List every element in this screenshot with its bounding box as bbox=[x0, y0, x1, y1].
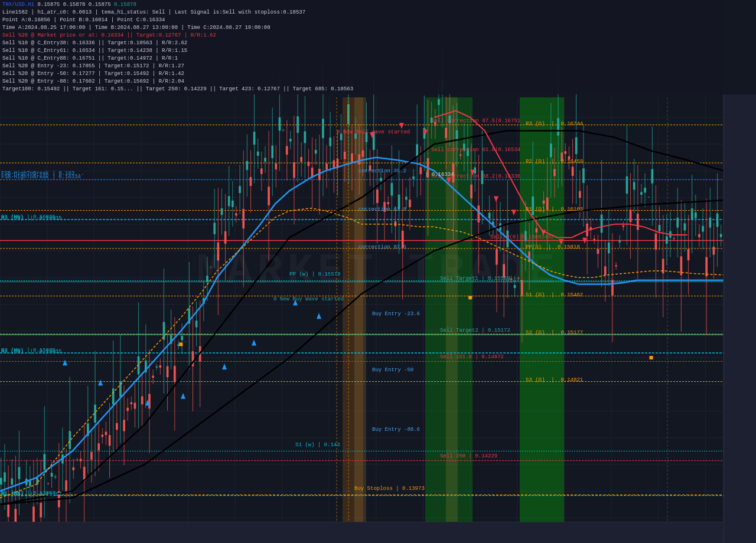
info-row-2: Line1582 | h1_atr_c0: 0.0013 | tema_h1_s… bbox=[2, 9, 754, 17]
info-row-1: TRX/USD.H1 0.15875 0.15878 0.15875 0.158… bbox=[2, 1, 754, 9]
info-row-5: Sell %20 @ Market price or at: 0.16334 |… bbox=[2, 32, 754, 40]
watermark: MARKET TRADE bbox=[197, 247, 559, 296]
chart-container: MARKET TRADE TRX/USD.H1 0.15875 0.15878 … bbox=[0, 0, 756, 543]
time-axis bbox=[0, 522, 724, 532]
info-row-7: Sell %10 @ C_Entry61: 0.16534 || Target:… bbox=[2, 47, 754, 55]
info-row-3: Point A:0.16856 | Point B:0.16014 | Poin… bbox=[2, 17, 754, 24]
top-info-panel: TRX/USD.H1 0.15875 0.15878 0.15875 0.158… bbox=[0, 0, 756, 94]
info-row-11: Sell %20 @ Entry -88: 0.17602 | Target:0… bbox=[2, 78, 754, 86]
info-row-8: Sell %10 @ C_Entry88: 0.16751 || Target:… bbox=[2, 55, 754, 63]
info-row-6: Sell %10 @ C_Entry38: 0.16336 || Target:… bbox=[2, 40, 754, 47]
info-row-9: Sell %20 @ Entry -23: 0.17055 | Target:0… bbox=[2, 63, 754, 70]
info-row-12: Target100: 0.15492 || Target 161: 0.15..… bbox=[2, 86, 754, 93]
info-row-10: Sell %20 @ Entry -50: 0.17277 | Target:0… bbox=[2, 70, 754, 78]
info-row-4: Time A:2024.08.25 17:00:00 | Time B:2024… bbox=[2, 24, 754, 32]
